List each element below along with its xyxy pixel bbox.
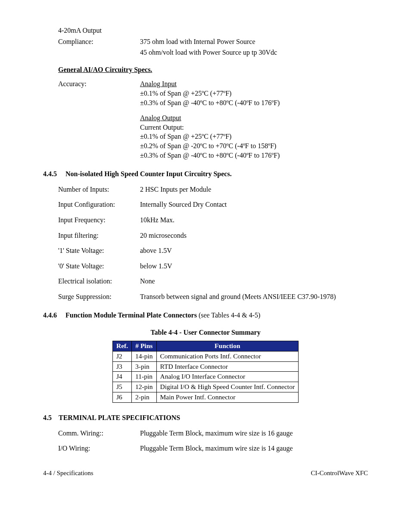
spec-row: Number of Inputs:2 HSC Inputs per Module — [43, 185, 368, 194]
table-cell: J4 — [112, 372, 131, 382]
spec-value: below 1.5V — [140, 261, 368, 271]
spec-value: 20 microseconds — [140, 231, 368, 240]
section-45-heading: 4.5TERMINAL PLATE SPECIFICATIONS — [43, 413, 368, 423]
output-label1: 4-20mA Output — [43, 26, 140, 35]
spec-row: Electrical isolation:None — [43, 277, 368, 286]
table-row: J62-pinMain Power Intf. Connector — [112, 392, 298, 403]
table-cell: 12-pin — [132, 382, 156, 392]
spec-row: Input filtering:20 microseconds — [43, 231, 368, 240]
section-445-heading: 4.4.5Non-isolated High Speed Counter Inp… — [43, 169, 368, 179]
table-cell: Digital I/O & High Speed Counter Intf. C… — [156, 382, 299, 392]
table-header: # Pins — [132, 341, 156, 351]
table-cell: J5 — [112, 382, 131, 392]
spec-label: Input Configuration: — [43, 200, 140, 209]
spec-label: '0' State Voltage: — [43, 261, 140, 271]
spec-value: Transorb between signal and ground (Meet… — [140, 292, 368, 302]
accuracy-label: Accuracy: — [43, 79, 140, 160]
table-cell: 14-pin — [132, 351, 156, 361]
spec-row: Comm. Wiring::Pluggable Term Block, maxi… — [43, 429, 368, 438]
analog-output-title: Analog Output — [140, 114, 181, 121]
table-cell: RTD Interface Connector — [156, 361, 299, 372]
spec-label: Electrical isolation: — [43, 277, 140, 286]
spec-row: Input Frequency:10kHz Max. — [43, 215, 368, 225]
spec-value: 10kHz Max. — [140, 215, 368, 225]
table-row: J512-pinDigital I/O & High Speed Counter… — [112, 382, 298, 392]
table-cell: J3 — [112, 361, 131, 372]
table-cell: Main Power Intf. Connector — [156, 392, 299, 403]
section-446-title: Function Module Terminal Plate Connector… — [65, 311, 197, 319]
table-row: J411-pinAnalog I/O Interface Connector — [112, 372, 298, 382]
spec-value: 2 HSC Inputs per Module — [140, 185, 368, 194]
spec-value: Pluggable Term Block, maximum wire size … — [140, 444, 368, 453]
spec-label: Surge Suppression: — [43, 292, 140, 302]
footer-left: 4-4 / Specifications — [43, 469, 93, 477]
spec-value: Pluggable Term Block, maximum wire size … — [140, 429, 368, 438]
output-spec-line2: Compliance: 375 ohm load with Internal P… — [43, 37, 368, 47]
section-445-num: 4.4.5 — [43, 169, 65, 179]
connector-table: Ref.# PinsFunction J214-pinCommunication… — [112, 341, 299, 403]
spec-label: I/O Wiring: — [43, 444, 140, 453]
output-spec-line1: 4-20mA Output — [43, 26, 368, 35]
analog-input-title: Analog Input — [140, 80, 177, 87]
footer-right: CI-ControlWave XFC — [311, 469, 368, 477]
spec-label: '1' State Voltage: — [43, 246, 140, 255]
section-446-heading: 4.4.6Function Module Terminal Plate Conn… — [43, 311, 368, 320]
output-spec-line3: 45 ohm/volt load with Power Source up tp… — [43, 48, 368, 57]
spec-label: Input Frequency: — [43, 215, 140, 225]
table-cell: 2-pin — [132, 392, 156, 403]
spec-label: Comm. Wiring:: — [43, 429, 140, 438]
output-value2: 45 ohm/volt load with Power Source up tp… — [140, 48, 368, 57]
section-45-num: 4.5 — [43, 413, 59, 423]
spec-label: Input filtering: — [43, 231, 140, 240]
ai-line1: ±0.1% of Span @ +25ºC (+77ºF) — [140, 90, 231, 97]
spec-row: '0' State Voltage:below 1.5V — [43, 261, 368, 271]
section-446-note: (see Tables 4-4 & 4-5) — [197, 311, 260, 319]
output-label2: Compliance: — [43, 37, 140, 47]
page-footer: 4-4 / Specifications CI-ControlWave XFC — [43, 469, 368, 477]
table-header: Ref. — [112, 341, 131, 351]
spec-value: above 1.5V — [140, 246, 368, 255]
table-cell: J6 — [112, 392, 131, 403]
table-cell: 11-pin — [132, 372, 156, 382]
spec-row: I/O Wiring:Pluggable Term Block, maximum… — [43, 444, 368, 453]
table-caption: Table 4-4 - User Connector Summary — [43, 328, 368, 337]
ao-line2: ±0.2% of Span @ -20ºC to +70ºC (-4ºF to … — [140, 142, 276, 149]
output-value1: 375 ohm load with Internal Power Source — [140, 37, 368, 47]
table-row: J214-pinCommunication Ports Intf. Connec… — [112, 351, 298, 361]
spec-value: None — [140, 277, 368, 286]
table-cell: J2 — [112, 351, 131, 361]
spec-value: Internally Sourced Dry Contact — [140, 200, 368, 209]
ao-line1: ±0.1% of Span @ +25ºC (+77ºF) — [140, 133, 231, 140]
table-cell: 3-pin — [132, 361, 156, 372]
ai-line2: ±0.3% of Span @ -40ºC to +80ºC (-40ºF to… — [140, 99, 280, 106]
section-446-num: 4.4.6 — [43, 311, 65, 320]
ao-line3: ±0.3% of Span @ -40ºC to +80ºC (-40ºF to… — [140, 152, 280, 159]
spec-row: '1' State Voltage:above 1.5V — [43, 246, 368, 255]
table-header: Function — [156, 341, 299, 351]
table-cell: Analog I/O Interface Connector — [156, 372, 299, 382]
spec-row: Input Configuration:Internally Sourced D… — [43, 200, 368, 209]
spec-label: Number of Inputs: — [43, 185, 140, 194]
section-45-title: TERMINAL PLATE SPECIFICATIONS — [59, 414, 180, 421]
section-445-title: Non-isolated High Speed Counter Input Ci… — [65, 170, 232, 177]
accuracy-row: Accuracy: Analog Input ±0.1% of Span @ +… — [43, 79, 368, 160]
spec-row: Surge Suppression:Transorb between signa… — [43, 292, 368, 302]
ao-sub: Current Output: — [140, 124, 184, 131]
table-cell: Communication Ports Intf. Connector — [156, 351, 299, 361]
general-heading: General AI/AO Circuitry Specs. — [43, 65, 368, 75]
table-row: J33-pinRTD Interface Connector — [112, 361, 298, 372]
